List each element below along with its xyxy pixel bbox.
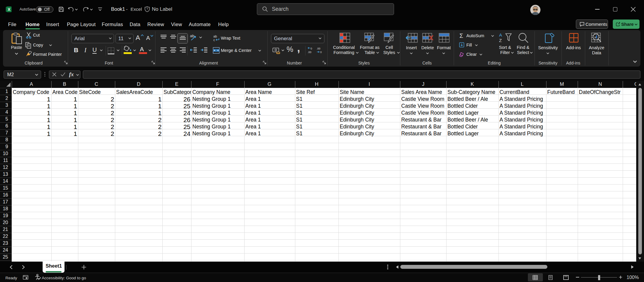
svg-text:.00: .00 <box>317 47 320 50</box>
svg-text:ab: ab <box>190 34 194 38</box>
svg-text:X: X <box>8 7 11 12</box>
svg-text:c: c <box>213 38 215 41</box>
svg-text:A: A <box>499 33 502 38</box>
svg-text:0: 0 <box>320 51 322 54</box>
svg-text:0: 0 <box>311 47 312 50</box>
svg-text:?: ? <box>146 8 148 11</box>
svg-text:ab: ab <box>213 35 217 38</box>
svg-text:Z: Z <box>499 38 502 43</box>
svg-text:.00: .00 <box>308 51 311 54</box>
